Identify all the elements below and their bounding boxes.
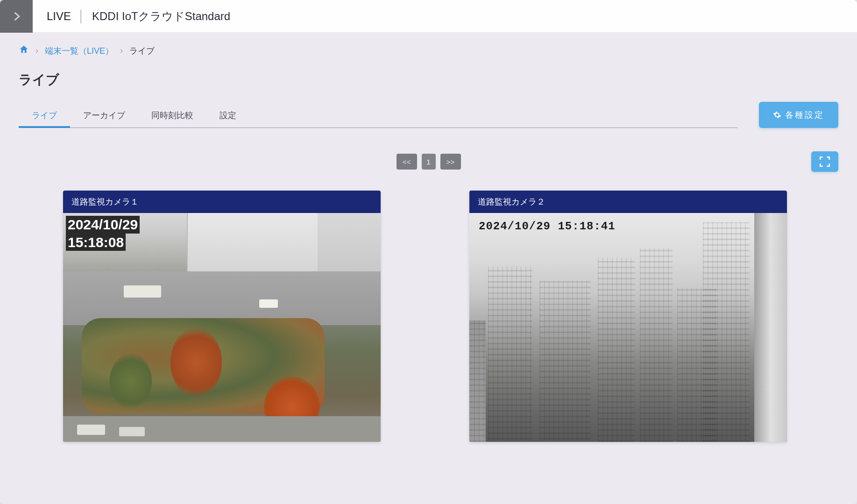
breadcrumb: › 端末一覧（LIVE） › ライブ bbox=[19, 44, 838, 57]
settings-button[interactable]: 各種設定 bbox=[759, 102, 838, 128]
pager: << 1 >> bbox=[19, 154, 838, 170]
header-separator: │ bbox=[78, 10, 85, 23]
camera-osd-timestamp: 2024/10/29 15:18:08 bbox=[66, 216, 140, 251]
pager-page-button[interactable]: 1 bbox=[422, 154, 436, 170]
breadcrumb-current: ライブ bbox=[129, 45, 155, 57]
gear-icon bbox=[773, 111, 781, 119]
pager-next-button[interactable]: >> bbox=[440, 154, 461, 170]
settings-button-label: 各種設定 bbox=[785, 109, 824, 121]
page-title: ライブ bbox=[19, 71, 838, 89]
osd-time: 15:18:08 bbox=[66, 234, 126, 251]
header-title-main: LIVE bbox=[47, 10, 71, 23]
header-bar: LIVE │ KDDI IoTクラウドStandard bbox=[0, 0, 857, 33]
camera-osd-timestamp: 2024/10/29 15:18:41 bbox=[479, 220, 616, 233]
fullscreen-button[interactable] bbox=[811, 151, 838, 172]
tab-config[interactable]: 設定 bbox=[206, 104, 249, 128]
camera-feed: 2024/10/29 15:18:41 bbox=[469, 213, 787, 442]
header-title-sub: KDDI IoTクラウドStandard bbox=[92, 9, 230, 24]
camera-card-2[interactable]: 道路監視カメラ２ 2024/10/29 15:18:41 bbox=[469, 191, 787, 442]
camera-card-1[interactable]: 道路監視カメラ１ bbox=[63, 191, 381, 442]
chevron-right-icon bbox=[10, 10, 23, 23]
camera-grid: 道路監視カメラ１ bbox=[19, 191, 838, 442]
tab-archive[interactable]: アーカイブ bbox=[70, 104, 138, 128]
pager-prev-button[interactable]: << bbox=[397, 154, 417, 170]
chevron-right-icon: › bbox=[120, 46, 123, 56]
header-title: LIVE │ KDDI IoTクラウドStandard bbox=[33, 9, 230, 24]
tab-live[interactable]: ライブ bbox=[19, 104, 70, 128]
camera-feed: 2024/10/29 15:18:08 bbox=[63, 213, 381, 442]
osd-date: 2024/10/29 bbox=[66, 216, 140, 234]
tab-compare[interactable]: 同時刻比較 bbox=[138, 104, 206, 128]
tabs: ライブ アーカイブ 同時刻比較 設定 bbox=[19, 104, 738, 128]
camera-title: 道路監視カメラ１ bbox=[63, 191, 381, 213]
menu-toggle-button[interactable] bbox=[0, 0, 33, 33]
home-icon[interactable] bbox=[19, 44, 29, 57]
chevron-right-icon: › bbox=[35, 46, 38, 56]
breadcrumb-link-devices[interactable]: 端末一覧（LIVE） bbox=[45, 45, 113, 57]
fullscreen-icon bbox=[819, 156, 831, 168]
camera-title: 道路監視カメラ２ bbox=[469, 191, 787, 213]
